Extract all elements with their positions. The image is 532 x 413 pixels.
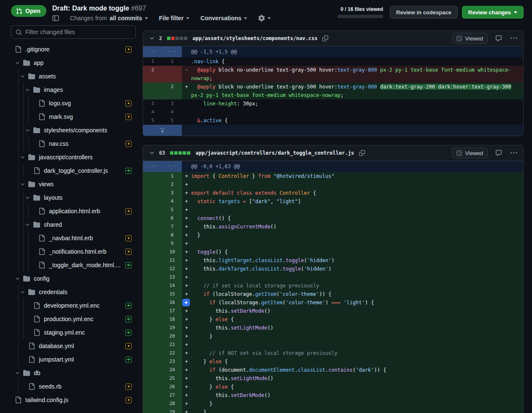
- line-number-new[interactable]: 28: [162, 400, 182, 408]
- line-number-new[interactable]: 10: [162, 248, 182, 256]
- line-number-old[interactable]: [143, 248, 162, 256]
- viewed-toggle-button[interactable]: Viewed: [452, 33, 488, 44]
- line-number-old[interactable]: 5: [143, 116, 162, 125]
- tree-file-staging-yml-enc[interactable]: staging.yml.enc: [11, 326, 136, 339]
- tree-folder-shared[interactable]: shared: [11, 218, 136, 231]
- line-number-old[interactable]: [143, 214, 162, 223]
- line-number-new[interactable]: 23: [162, 357, 182, 366]
- file-options-button[interactable]: [510, 34, 518, 43]
- line-number-new[interactable]: 1: [162, 172, 182, 180]
- line-number-old[interactable]: [143, 341, 162, 349]
- review-changes-button[interactable]: Review changes: [462, 6, 524, 19]
- tree-file-dark-toggle-controller-js[interactable]: dark_toggle_controller.js: [11, 164, 136, 177]
- line-number-old[interactable]: [143, 206, 162, 214]
- line-number-new[interactable]: 9: [162, 239, 182, 248]
- line-number-old[interactable]: 1: [143, 57, 162, 66]
- line-number-new[interactable]: 22: [162, 349, 182, 357]
- line-number-new[interactable]: 20: [162, 332, 182, 341]
- line-number-old[interactable]: [143, 197, 162, 206]
- line-number-old[interactable]: 3: [143, 99, 162, 108]
- tree-file-logo-svg[interactable]: logo.svg: [11, 97, 136, 110]
- line-number-old[interactable]: [143, 307, 162, 315]
- line-number-old[interactable]: [143, 172, 162, 180]
- comment-on-file-button[interactable]: [494, 149, 503, 157]
- line-number-new[interactable]: 4: [162, 108, 182, 116]
- line-number-old[interactable]: 2: [143, 66, 162, 83]
- line-number-old[interactable]: [143, 400, 162, 408]
- line-number-new[interactable]: 29: [162, 408, 182, 413]
- diff-settings-dropdown[interactable]: [258, 15, 271, 21]
- tree-file-navbar-html-erb[interactable]: _navbar.html.erb: [11, 231, 136, 245]
- commits-range-dropdown[interactable]: Changes from all commits: [70, 15, 148, 21]
- copy-path-button[interactable]: [321, 35, 329, 42]
- tree-file-mark-svg[interactable]: mark.svg: [11, 110, 136, 123]
- line-number-old[interactable]: [143, 349, 162, 357]
- line-number-old[interactable]: [143, 239, 162, 248]
- line-number-old[interactable]: [143, 83, 162, 99]
- line-number-new[interactable]: 12: [162, 265, 182, 273]
- line-number-old[interactable]: [143, 324, 162, 332]
- line-number-new[interactable]: 2: [162, 180, 182, 189]
- hunk-gutter[interactable]: ···: [162, 161, 182, 172]
- file-filter-dropdown[interactable]: File filter: [159, 15, 189, 21]
- line-number-old[interactable]: [143, 223, 162, 231]
- tree-file-nav-css[interactable]: nav.css: [11, 137, 136, 150]
- line-number-old[interactable]: [143, 273, 162, 282]
- line-number-old[interactable]: [143, 374, 162, 383]
- collapse-diff-button[interactable]: [148, 35, 156, 42]
- hunk-gutter[interactable]: ···: [143, 46, 162, 57]
- line-number-new[interactable]: 16: [162, 298, 182, 307]
- tree-file-tailwind-config-js[interactable]: tailwind.config.js: [11, 393, 136, 407]
- tree-file-jumpstart-yml[interactable]: jumpstart.yml: [11, 353, 136, 366]
- line-number-old[interactable]: [143, 189, 162, 197]
- viewed-checkbox[interactable]: [456, 36, 462, 41]
- line-number-new[interactable]: 27: [162, 391, 182, 400]
- line-number-new[interactable]: 17: [162, 307, 182, 315]
- line-number-old[interactable]: [143, 256, 162, 265]
- conversations-dropdown[interactable]: Conversations: [200, 15, 247, 21]
- tree-file-gitignore[interactable]: .gitignore: [11, 43, 136, 56]
- line-number-old[interactable]: 4: [143, 108, 162, 116]
- line-number-new[interactable]: 3: [162, 99, 182, 108]
- filter-changed-files-input[interactable]: [25, 29, 131, 35]
- tree-folder-app[interactable]: app: [11, 56, 136, 70]
- line-number-new[interactable]: 11: [162, 256, 182, 265]
- line-number-old[interactable]: [143, 366, 162, 374]
- comment-on-file-button[interactable]: [494, 34, 503, 43]
- line-number-new[interactable]: 5: [162, 116, 182, 125]
- line-number-new[interactable]: 24: [162, 366, 182, 374]
- line-number-new[interactable]: [162, 66, 182, 83]
- line-number-old[interactable]: [143, 332, 162, 341]
- tree-folder-layouts[interactable]: layouts: [11, 191, 136, 204]
- line-number-old[interactable]: [143, 357, 162, 366]
- line-number-new[interactable]: 4: [162, 197, 182, 206]
- tree-file-toggle-dark-mode-html[interactable]: _toggle_dark_mode.html....: [11, 258, 136, 272]
- file-options-button[interactable]: [510, 149, 518, 157]
- tree-folder-javascript-controllers[interactable]: javascript/controllers: [11, 150, 136, 164]
- line-number-old[interactable]: [143, 265, 162, 273]
- hunk-gutter[interactable]: ···: [143, 161, 162, 172]
- line-number-new[interactable]: 18: [162, 315, 182, 324]
- tree-file-notifications-html-erb[interactable]: _notifications.html.erb: [11, 245, 136, 258]
- line-number-new[interactable]: 3: [162, 189, 182, 197]
- tree-folder-views[interactable]: views: [11, 177, 136, 191]
- line-number-new[interactable]: 26: [162, 383, 182, 391]
- tree-file-production-yml-enc[interactable]: production.yml.enc: [11, 312, 136, 326]
- tree-folder-assets[interactable]: assets: [11, 70, 136, 83]
- viewed-checkbox[interactable]: [456, 150, 462, 156]
- line-number-old[interactable]: [143, 231, 162, 239]
- line-number-new[interactable]: 6: [162, 214, 182, 223]
- expand-diff-button[interactable]: [143, 125, 182, 136]
- line-number-old[interactable]: [143, 315, 162, 324]
- tree-file-development-yml-enc[interactable]: development.yml.enc: [11, 299, 136, 312]
- tree-file-application-html-erb[interactable]: application.html.erb: [11, 204, 136, 218]
- viewed-toggle-button[interactable]: Viewed: [452, 148, 488, 158]
- line-number-old[interactable]: [143, 180, 162, 189]
- line-number-new[interactable]: 7: [162, 223, 182, 231]
- line-number-old[interactable]: [143, 290, 162, 298]
- line-number-old[interactable]: [143, 391, 162, 400]
- line-number-new[interactable]: 15: [162, 290, 182, 298]
- collapse-diff-button[interactable]: [148, 149, 156, 157]
- tree-folder-db[interactable]: db: [11, 366, 136, 380]
- review-in-codespace-button[interactable]: Review in codespace: [390, 6, 458, 19]
